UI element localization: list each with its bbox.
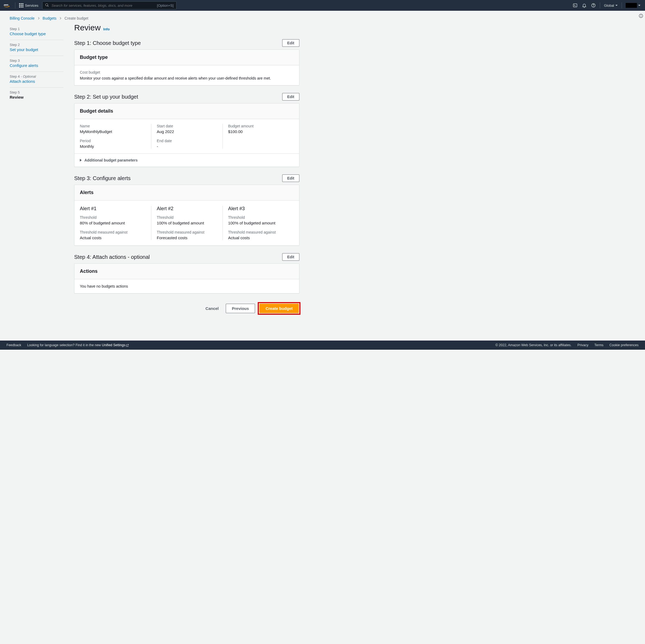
budget-type-desc: Monitor your costs against a specified d…: [80, 76, 294, 80]
alert-2: Alert #2 Threshold 100% of budgeted amou…: [151, 206, 222, 240]
info-panel-toggle[interactable]: [639, 13, 643, 19]
label-measured: Threshold measured against: [157, 230, 217, 234]
breadcrumb-billing[interactable]: Billing Console: [10, 16, 35, 20]
svg-point-1: [46, 3, 48, 6]
alert-title: Alert #2: [157, 206, 217, 212]
top-nav: aws Services [Option+S] Global: [0, 0, 645, 11]
label-name: Name: [80, 124, 146, 128]
unified-settings-link[interactable]: Unified Settings: [102, 343, 129, 347]
alert-1: Alert #1 Threshold 80% of budgeted amoun…: [80, 206, 151, 240]
terms-link[interactable]: Terms: [595, 343, 604, 347]
edit-step1-button[interactable]: Edit: [282, 39, 299, 47]
step-number: Step 2: [10, 43, 63, 47]
panel-title: Budget type: [80, 54, 294, 60]
panel-title: Budget details: [80, 108, 294, 114]
alert-title: Alert #1: [80, 206, 146, 212]
account-menu[interactable]: [626, 3, 641, 8]
value-threshold: 100% of budgeted amount: [157, 221, 217, 225]
search-box[interactable]: [Option+S]: [42, 1, 177, 9]
external-link-icon: [125, 343, 129, 347]
value-name: MyMonthlyBudget: [80, 129, 146, 134]
label-period: Period: [80, 139, 146, 143]
info-link[interactable]: Info: [103, 27, 110, 31]
label-end: End date: [157, 139, 217, 143]
label-measured: Threshold measured against: [80, 230, 146, 234]
value-end: -: [157, 144, 217, 149]
expander-label: Additional budget parameters: [84, 158, 138, 162]
label-start: Start date: [157, 124, 217, 128]
feedback-link[interactable]: Feedback: [6, 343, 21, 347]
step-nav-4[interactable]: Step 4 - Optional Attach actions: [10, 72, 63, 87]
create-budget-highlight: Create budget: [259, 303, 299, 314]
services-label: Services: [25, 3, 38, 8]
notifications-icon[interactable]: [582, 3, 587, 8]
value-threshold: 100% of budgeted amount: [228, 221, 288, 225]
wizard-steps: Step 1 Choose budget type Step 2 Set you…: [10, 22, 63, 314]
breadcrumb: Billing Console Budgets Create budget: [0, 11, 645, 22]
step-number: Step 5: [10, 90, 63, 94]
step-label: Set your budget: [10, 47, 63, 52]
panel-actions: Actions You have no budgets actions: [74, 263, 299, 293]
breadcrumb-current: Create budget: [64, 16, 88, 20]
step-nav-2[interactable]: Step 2 Set your budget: [10, 40, 63, 56]
chevron-right-icon: [59, 16, 62, 20]
panel-budget-details: Budget details Name MyMonthlyBudget Peri…: [74, 103, 299, 167]
main-content: Review Info Step 1: Choose budget type E…: [74, 22, 299, 314]
value-threshold: 80% of budgeted amount: [80, 221, 146, 225]
edit-step2-button[interactable]: Edit: [282, 93, 299, 100]
step-label: Attach actions: [10, 79, 63, 83]
aws-logo[interactable]: aws: [4, 3, 11, 8]
alert-3: Alert #3 Threshold 100% of budgeted amou…: [223, 206, 294, 240]
section-title-step4: Step 4: Attach actions - optional: [74, 254, 150, 260]
caret-down-icon: [615, 3, 618, 8]
step-nav-5: Step 5 Review: [10, 87, 63, 103]
lang-text: Looking for language selection? Find it …: [27, 343, 129, 347]
panel-alerts: Alerts Alert #1 Threshold 80% of budgete…: [74, 185, 299, 246]
svg-rect-3: [574, 4, 577, 7]
cloudshell-icon[interactable]: [573, 3, 578, 8]
value-start: Aug 2022: [157, 129, 217, 134]
chevron-right-icon: [37, 16, 40, 20]
step-nav-3[interactable]: Step 3 Configure alerts: [10, 56, 63, 72]
create-budget-button[interactable]: Create budget: [259, 304, 299, 313]
label-amount: Budget amount: [228, 124, 288, 128]
section-title-step3: Step 3: Configure alerts: [74, 175, 131, 181]
help-icon[interactable]: [591, 3, 596, 8]
label-threshold: Threshold: [157, 215, 217, 220]
grid-icon: [19, 3, 23, 8]
services-menu[interactable]: Services: [19, 3, 38, 8]
region-label: Global: [604, 3, 614, 8]
previous-button[interactable]: Previous: [226, 304, 255, 313]
svg-line-2: [47, 5, 49, 6]
cancel-button[interactable]: Cancel: [202, 304, 222, 313]
budget-type-name: Cost budget: [80, 70, 294, 74]
value-period: Monthly: [80, 144, 146, 149]
cookie-link[interactable]: Cookie preferences: [610, 343, 639, 347]
panel-title: Alerts: [80, 190, 294, 195]
step-label: Choose budget type: [10, 31, 63, 36]
footer-bar: Feedback Looking for language selection?…: [0, 341, 645, 350]
page-title: Review: [74, 23, 100, 32]
svg-line-10: [128, 344, 129, 346]
search-icon: [45, 3, 49, 8]
account-name-redacted: [626, 3, 637, 8]
panel-title: Actions: [80, 268, 294, 274]
breadcrumb-budgets[interactable]: Budgets: [43, 16, 56, 20]
svg-text:aws: aws: [4, 3, 8, 6]
privacy-link[interactable]: Privacy: [578, 343, 589, 347]
section-title-step2: Step 2: Set up your budget: [74, 94, 138, 100]
nav-divider: [622, 2, 622, 8]
additional-params-expander[interactable]: Additional budget parameters: [74, 154, 299, 167]
triangle-right-icon: [80, 159, 82, 162]
search-input[interactable]: [52, 3, 154, 8]
edit-step3-button[interactable]: Edit: [282, 175, 299, 182]
value-measured: Actual costs: [228, 235, 288, 240]
step-number: Step 4 - Optional: [10, 74, 63, 78]
search-shortcut: [Option+S]: [157, 3, 174, 8]
step-nav-1[interactable]: Step 1 Choose budget type: [10, 24, 63, 40]
value-amount: $100.00: [228, 129, 288, 134]
region-selector[interactable]: Global: [604, 3, 618, 8]
label-threshold: Threshold: [80, 215, 146, 220]
edit-step4-button[interactable]: Edit: [282, 253, 299, 261]
caret-down-icon: [638, 3, 641, 8]
